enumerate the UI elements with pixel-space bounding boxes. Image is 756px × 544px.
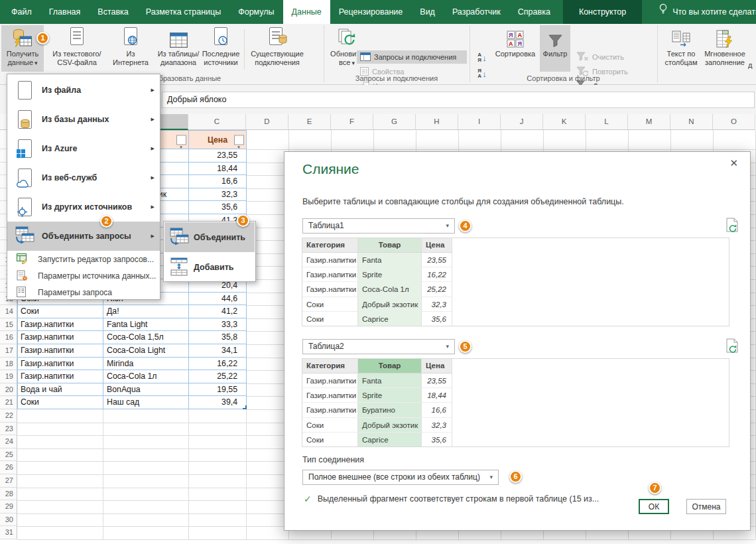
preview-cell[interactable]: Fanta (358, 253, 422, 267)
column-header-H[interactable]: H (416, 114, 458, 130)
preview-cell[interactable]: Caprice (358, 433, 422, 447)
refresh-preview-icon-2[interactable] (726, 338, 739, 353)
preview-cell[interactable]: 16,6 (422, 403, 452, 417)
menu-item-database[interactable]: Из базы данных▶ (7, 105, 160, 134)
preview-cell[interactable]: 32,3 (422, 297, 452, 312)
column-header-C[interactable]: C (188, 114, 246, 130)
submenu-item-append[interactable]: Добавить (164, 252, 255, 282)
preview-cell[interactable]: Соки (302, 433, 358, 447)
row-number-17[interactable]: 17 (0, 344, 17, 358)
column-header-O[interactable]: O (713, 114, 755, 130)
preview-header-category[interactable]: Категория (302, 359, 358, 374)
preview-cell[interactable]: Coca-Cola 1л (358, 282, 422, 297)
cell-price[interactable]: 35,6 (189, 201, 247, 214)
cell-price[interactable]: 39,4 (189, 396, 247, 409)
preview-header-product[interactable]: Товар (358, 238, 422, 253)
cell-price[interactable]: 34,1 (189, 344, 247, 358)
preview-cell[interactable]: 35,6 (422, 312, 452, 326)
column-header-E[interactable]: E (288, 114, 331, 130)
tab-insert[interactable]: Вставка (89, 0, 137, 24)
cell-price[interactable]: 18,44 (189, 163, 247, 176)
cell-product[interactable]: Coca-Cola 1л (103, 370, 189, 383)
from-text-csv-button[interactable]: Из текстового/CSV-файла (45, 25, 109, 72)
row-number-26[interactable]: 26 (0, 461, 17, 474)
cell-category[interactable]: Газир.напитки (18, 331, 103, 344)
preview-cell[interactable]: Газир.напитки (302, 253, 358, 267)
row-number-18[interactable]: 18 (0, 358, 17, 371)
preview-cell[interactable]: Буратино (358, 403, 422, 417)
sort-button[interactable]: ЯА АЯ Сортировка (493, 25, 537, 72)
flash-fill-button[interactable]: Мгновенноезаполнение (703, 25, 747, 72)
cell-category[interactable]: Газир.напитки (18, 358, 103, 371)
cell-product[interactable]: Наш сад (103, 396, 189, 409)
tab-tell-me[interactable]: Что вы хотите сделать? (650, 0, 756, 24)
cell-price[interactable]: 35,8 (189, 331, 247, 344)
get-data-button[interactable]: Получить данные (1, 25, 44, 72)
cell-category[interactable]: Газир.напитки (18, 344, 103, 358)
join-kind-selector[interactable]: Полное внешнее (все строки из обеих табл… (302, 470, 499, 485)
row-number-29[interactable]: 29 (0, 500, 17, 513)
cell-category[interactable]: Соки (18, 305, 103, 318)
menu-item-azure[interactable]: Из Azure▶ (7, 134, 160, 163)
preview-cell[interactable]: 32,3 (422, 418, 452, 433)
tab-help[interactable]: Справка (509, 0, 559, 24)
cell-price[interactable]: 33,3 (189, 318, 247, 332)
cell-price[interactable]: 16,6 (189, 175, 247, 188)
column-header-L[interactable]: L (586, 114, 628, 130)
cell-price[interactable]: 32,3 (189, 188, 247, 202)
preview-cell[interactable]: Соки (302, 297, 358, 312)
row-number-14[interactable]: 14 (0, 305, 17, 318)
menu-item-query-editor[interactable]: Запустить редактор запросов... (7, 251, 160, 267)
row-number-27[interactable]: 27 (0, 474, 17, 488)
table1-selector[interactable]: Таблица1 (302, 218, 455, 234)
row-number-19[interactable]: 19 (0, 370, 17, 383)
row-number-28[interactable]: 28 (0, 488, 17, 501)
cancel-button[interactable]: Отмена (686, 499, 726, 514)
cell-product[interactable]: Coca-Cola 1,5л (103, 331, 189, 344)
tab-view[interactable]: Вид (411, 0, 444, 24)
tab-file[interactable]: Файл (3, 0, 40, 24)
row-number-31[interactable]: 31 (0, 526, 17, 539)
table-resize-handle[interactable] (243, 405, 247, 409)
filter-dropdown-icon[interactable] (234, 135, 244, 145)
cell-product[interactable]: BonAqua (103, 383, 189, 397)
row-number-30[interactable]: 30 (0, 513, 17, 527)
column-header-F[interactable]: F (331, 114, 373, 130)
preview-cell[interactable]: Добрый экзотик (358, 297, 422, 312)
menu-item-web-services[interactable]: Из веб-служб▶ (7, 163, 160, 192)
cell-product[interactable]: Mirinda (103, 358, 189, 371)
preview-header-price[interactable]: Цена (422, 238, 452, 253)
row-number-20[interactable]: 20 (0, 383, 17, 397)
row-number-21[interactable]: 21 (0, 396, 17, 409)
from-table-range-button[interactable]: Из таблицы/диапазона (153, 25, 204, 72)
filter-dropdown-icon[interactable] (176, 135, 186, 145)
preview-cell[interactable]: Газир.напитки (302, 403, 358, 417)
menu-item-query-options[interactable]: Параметры запроса (7, 284, 160, 301)
preview-cell[interactable]: Sprite (358, 388, 422, 403)
preview-cell[interactable]: Добрый экзотик (358, 418, 422, 433)
row-number-16[interactable]: 16 (0, 331, 17, 344)
row-number-22[interactable]: 22 (0, 409, 17, 423)
row-number-23[interactable]: 23 (0, 423, 17, 436)
table-header-cell[interactable]: Цена (189, 131, 247, 149)
close-icon[interactable]: ✕ (729, 157, 738, 169)
tab-formulas[interactable]: Формулы (229, 0, 283, 24)
tab-review[interactable]: Рецензирование (330, 0, 412, 24)
cell-price[interactable]: 25,22 (189, 370, 247, 383)
column-header-N[interactable]: N (670, 114, 713, 130)
preview-header-price[interactable]: Цена (422, 359, 452, 374)
cell-price[interactable]: 23,55 (189, 149, 247, 163)
menu-item-other-sources[interactable]: Из других источников▶ (7, 192, 160, 222)
refresh-preview-icon[interactable] (726, 218, 739, 232)
filter-button[interactable]: Фильтр (540, 25, 570, 72)
preview-cell[interactable]: 25,22 (422, 282, 452, 297)
preview-header-category[interactable]: Категория (302, 238, 358, 253)
cell-category[interactable]: Газир.напитки (18, 318, 103, 332)
preview-cell[interactable]: 35,6 (422, 433, 452, 447)
recent-sources-button[interactable]: Последниеисточники (200, 25, 241, 72)
sort-asc-button[interactable]: АЯ↓ (473, 50, 491, 65)
preview-cell[interactable]: 18,44 (422, 388, 452, 403)
table2-selector[interactable]: Таблица2 (302, 339, 455, 354)
text-to-columns-button[interactable]: Текст постолбцам (661, 25, 702, 72)
cell-product[interactable]: Fanta Light (103, 318, 189, 332)
